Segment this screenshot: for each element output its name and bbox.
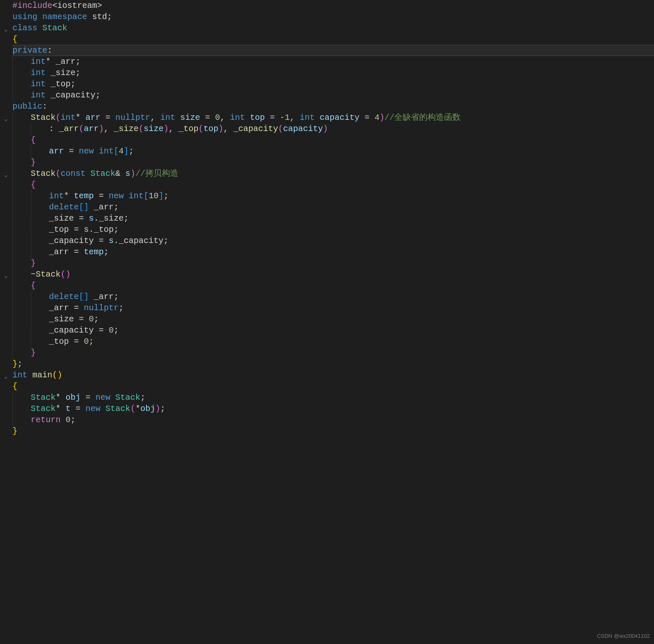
token: ; [140, 392, 145, 403]
code-line[interactable]: delete[] _arr; [12, 202, 654, 213]
token: int [49, 190, 64, 202]
code-line[interactable]: public: [12, 101, 654, 112]
code-line[interactable]: { [12, 179, 654, 190]
token: { [12, 381, 17, 392]
token: = [200, 112, 215, 123]
token: [ [144, 190, 149, 202]
code-line[interactable]: { [12, 381, 654, 392]
code-line[interactable]: Stack(int* arr = nullptr, int size = 0, … [12, 112, 654, 123]
fold-gutter[interactable]: ⌄⌄⌄⌄⌄ [0, 0, 12, 644]
code-line[interactable]: #include<iostream> [12, 0, 654, 11]
code-line[interactable]: _size = s._size; [12, 213, 654, 224]
code-line[interactable]: int main() [12, 369, 654, 381]
token: arr [84, 123, 99, 134]
code-line[interactable]: int _size; [12, 67, 654, 78]
token: _arr [49, 246, 69, 258]
token: -1 [280, 112, 290, 123]
token: = [69, 336, 84, 347]
token: int [31, 90, 46, 101]
code-line[interactable]: } [12, 157, 654, 168]
code-line[interactable]: _top = 0; [12, 336, 654, 347]
token [175, 112, 180, 123]
token [94, 146, 99, 157]
code-line[interactable]: } [12, 425, 654, 437]
token [61, 403, 66, 414]
code-line[interactable]: } [12, 347, 654, 358]
code-line[interactable]: _top = s._top; [12, 224, 654, 235]
code-line[interactable]: arr = new int[4]; [12, 146, 654, 157]
token [245, 112, 250, 123]
code-line[interactable]: int _capacity; [12, 90, 654, 101]
token: ; [71, 78, 76, 90]
token [61, 392, 66, 403]
token: top [250, 112, 265, 123]
token: 0 [109, 325, 114, 336]
token: & [115, 168, 120, 179]
token: int [160, 112, 175, 123]
token: = [94, 235, 109, 246]
token: ( [139, 123, 144, 134]
token: _arr [94, 291, 114, 302]
code-area[interactable]: #include<iostream>using namespace std;cl… [12, 0, 654, 644]
code-line[interactable]: return 0; [12, 414, 654, 425]
token: 10 [149, 190, 159, 202]
token: = [81, 392, 95, 403]
token: ; [104, 246, 109, 258]
token: Stack [42, 22, 67, 34]
code-line[interactable]: int* _arr; [12, 56, 654, 67]
token [81, 112, 85, 123]
code-line[interactable]: delete[] _arr; [12, 291, 654, 302]
code-line[interactable]: { [12, 134, 654, 146]
token: ( [278, 123, 283, 134]
code-line[interactable]: ~Stack() [12, 269, 654, 280]
code-line[interactable]: } [12, 258, 654, 269]
token: ; [95, 90, 100, 101]
code-line[interactable]: Stack* t = new Stack(*obj); [12, 403, 654, 414]
token [89, 291, 94, 302]
token: ] [124, 146, 129, 157]
code-line[interactable]: }; [12, 358, 654, 369]
token: _size [114, 123, 139, 134]
token [87, 11, 92, 22]
code-line[interactable]: int _top; [12, 78, 654, 90]
code-line[interactable]: { [12, 280, 654, 291]
code-line[interactable]: : _arr(arr), _size(size), _top(top), _ca… [12, 123, 654, 134]
code-line[interactable]: { [12, 34, 654, 45]
token: _size [99, 213, 124, 224]
token: () [52, 369, 62, 381]
code-line[interactable]: int* temp = new int[10]; [12, 190, 654, 202]
token: () [61, 269, 71, 280]
token: [] [79, 202, 89, 213]
token: int [99, 146, 114, 157]
token: _size [49, 313, 74, 325]
token: = [71, 403, 85, 414]
code-line[interactable]: Stack* obj = new Stack; [12, 392, 654, 403]
code-line[interactable]: _arr = nullptr; [12, 302, 654, 313]
token: Stack [31, 168, 56, 179]
token: _capacity [49, 235, 94, 246]
token: //拷贝构造 [135, 168, 178, 179]
token: ; [94, 313, 99, 325]
code-line[interactable]: _arr = temp; [12, 246, 654, 258]
code-line[interactable]: _size = 0; [12, 313, 654, 325]
token: ( [79, 123, 84, 134]
code-line[interactable]: class Stack [12, 22, 654, 34]
code-line[interactable]: _capacity = 0; [12, 325, 654, 336]
token: private [12, 45, 47, 56]
token: ; [124, 213, 129, 224]
token: _arr [49, 302, 69, 313]
token: _size [51, 67, 76, 78]
token: int [300, 112, 315, 123]
token: new [109, 190, 124, 202]
code-line[interactable]: using namespace std; [12, 11, 654, 22]
token [120, 168, 125, 179]
token: _capacity [49, 325, 94, 336]
token: t [66, 403, 71, 414]
token: _arr [94, 202, 114, 213]
token: ) [323, 123, 328, 134]
code-line[interactable]: private: [12, 45, 654, 56]
code-editor[interactable]: ⌄⌄⌄⌄⌄ #include<iostream>using namespace … [0, 0, 654, 644]
token: = [69, 246, 84, 258]
code-line[interactable]: Stack(const Stack& s)//拷贝构造 [12, 168, 654, 179]
code-line[interactable]: _capacity = s._capacity; [12, 235, 654, 246]
